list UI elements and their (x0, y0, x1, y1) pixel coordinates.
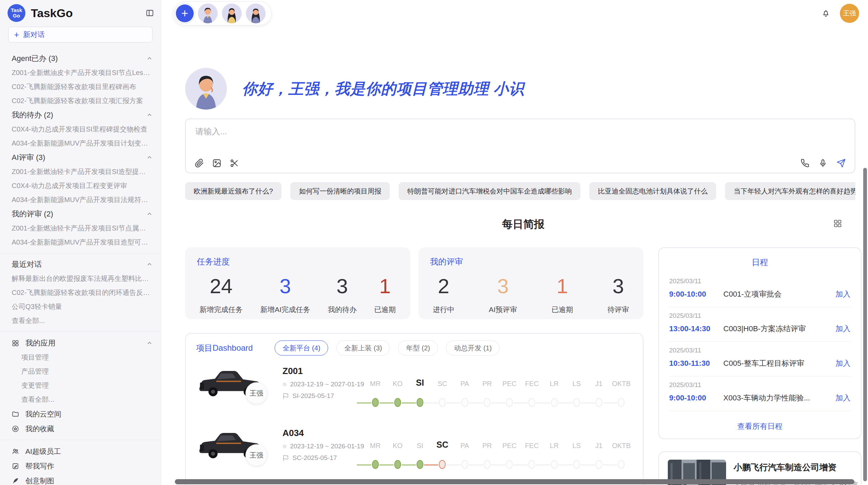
layout-grid-icon[interactable] (833, 219, 842, 228)
sidebar-item-ai-employee[interactable]: AI超级员工 (0, 444, 161, 459)
vertical-scrollbar[interactable] (863, 168, 867, 481)
divider (0, 332, 161, 332)
session-avatar-3[interactable] (246, 3, 266, 23)
metric-label: 进行中 (433, 305, 455, 314)
chat-input-box (185, 119, 855, 173)
sidebar-task-item[interactable]: C02-飞腾新能源轻客改款项目里程碑画布 (0, 80, 161, 94)
user-avatar[interactable]: 王强 (840, 4, 859, 23)
logo-text-2: Go (13, 13, 20, 18)
voice-call-button[interactable] (800, 159, 809, 168)
milestone-dot (461, 398, 468, 407)
stat-card-title: 我的评审 (430, 256, 632, 267)
recent-chats-title: 最近对话 (12, 259, 146, 270)
dashboard-filter-tab[interactable]: 全新平台 (4) (275, 340, 328, 356)
milestone-label: MR (370, 439, 381, 450)
sidebar-item-cloud-space[interactable]: 我的云空间 (0, 407, 161, 421)
sidebar-task-item[interactable]: A034-全新新能源MUV产品开发项目造型可行性评审 (0, 235, 161, 249)
suggestion-chip[interactable]: 如何写一份清晰的项目周报 (290, 182, 390, 200)
suggestion-chip[interactable]: 特朗普可能对进口汽车增税会对中国车企造成哪些影响 (399, 182, 580, 200)
app-logo: Task Go (8, 4, 25, 22)
metric-value: 3 (489, 276, 517, 297)
sidebar-section-header[interactable]: Agent已办 (3) (0, 51, 161, 66)
recent-chat-item[interactable]: C02-飞腾新能源轻客改款项目的闭环通告反馈情况 (0, 286, 161, 300)
notification-bell-icon[interactable] (821, 9, 830, 18)
milestone-dot (551, 460, 558, 469)
sidebar-task-item[interactable]: Z001-全新燃油皮卡产品开发项目SI节点Lesson Learn报告 (0, 66, 161, 80)
sidebar-task-item[interactable]: A034-全新新能源MUV产品开发项目法规符合性评审 (0, 193, 161, 207)
sidebar-section-header[interactable]: 我的评审 (2) (0, 207, 161, 221)
recent-chats-view-all[interactable]: 查看全部... (0, 314, 161, 328)
session-avatar-2[interactable] (222, 3, 242, 23)
sidebar-task-item[interactable]: A034-全新新能源MUV产品开发项目计划变更表编写 (0, 136, 161, 150)
sidebar-collapse-icon[interactable] (146, 9, 154, 17)
app-item[interactable]: 查看全部... (0, 393, 161, 407)
suggestion-chip[interactable]: 当下年轻人对汽车外观有怎样的喜好趋势 (725, 182, 855, 200)
project-list: 王强 Z001 2023-12-19 ~ 2027-01-19 (196, 364, 632, 485)
scissors-icon (230, 159, 239, 168)
suggestion-chip[interactable]: 欧洲新规最近颁布了什么? (185, 182, 281, 200)
join-meeting-link[interactable]: 加入 (835, 393, 851, 403)
schedule-time: 9:00-10:00 (669, 290, 723, 299)
sidebar-item-help-write[interactable]: 帮我写作 (0, 459, 161, 473)
milestone-label: SI (416, 377, 424, 388)
horizontal-scrollbar[interactable] (175, 479, 854, 484)
sidebar-task-item[interactable]: C0X4-动力总成开发项目SI里程碑提交物检查 (0, 122, 161, 136)
sidebar-task-item[interactable]: C0X4-动力总成开发项目工程变更评审 (0, 179, 161, 193)
recent-chat-item[interactable]: 公司Q3轻卡销量 (0, 300, 161, 314)
recent-chat-item[interactable]: 解释最新出台的欧盟报废车法规再生塑料比例被调至15%... (0, 272, 161, 286)
add-session-button[interactable] (176, 4, 194, 22)
milestone-label: J1 (595, 377, 603, 388)
milestone-dot (484, 398, 491, 407)
app-item[interactable]: 产品管理 (0, 364, 161, 378)
join-meeting-link[interactable]: 加入 (835, 324, 851, 334)
project-row[interactable]: 王强 Z001 2023-12-19 ~ 2027-01-19 (196, 364, 632, 407)
milestone-label: PA (460, 377, 469, 388)
milestone-track: MR KO (364, 439, 632, 469)
attachment-button[interactable] (195, 159, 204, 168)
dashboard-filter-tab[interactable]: 全新上装 (3) (336, 340, 390, 356)
metric-label: 新增AI完成任务 (260, 305, 310, 314)
sidebar-section-header-recent[interactable]: 最近对话 (0, 257, 161, 272)
sidebar-item-my-apps[interactable]: 我的应用 (0, 336, 161, 350)
image-upload-button[interactable] (212, 159, 221, 168)
sidebar-item-creative-draw[interactable]: 创意制图 (0, 473, 161, 485)
sidebar-task-item[interactable]: Z001-全新燃油轻卡产品开发项目SI节点属性5D文件评审 (0, 221, 161, 235)
join-meeting-link[interactable]: 加入 (835, 358, 851, 369)
chat-input[interactable] (195, 127, 845, 136)
send-button[interactable] (836, 159, 846, 168)
sidebar-section-header[interactable]: AI评审 (3) (0, 150, 161, 165)
milestone-dot (528, 460, 535, 469)
sidebar-section-title: Agent已办 (3) (12, 53, 146, 64)
project-row[interactable]: 王强 A034 2023-12-19 ~ 2026-01-19 (196, 426, 632, 469)
screenshot-button[interactable] (230, 159, 239, 168)
milestone-dot (595, 398, 602, 407)
app-item[interactable]: 项目管理 (0, 350, 161, 364)
sidebar-section-header[interactable]: 我的待办 (2) (0, 108, 161, 122)
join-meeting-link[interactable]: 加入 (835, 289, 851, 299)
metric-label: 已逾期 (374, 305, 396, 314)
sidebar-item-favorites[interactable]: 我的收藏 (0, 421, 161, 436)
schedule-list: 2025/03/11 9:00-10:00 C001-立项审批会 加入 2025… (669, 273, 851, 416)
new-chat-button[interactable]: + 新对话 (8, 27, 153, 42)
view-all-schedule-link[interactable]: 查看所有日程 (669, 416, 851, 434)
app-item[interactable]: 变更管理 (0, 378, 161, 393)
sidebar: Task Go TaskGo + 新对话 Agent已办 (3) Z001-全新… (0, 0, 161, 485)
microphone-button[interactable] (818, 159, 828, 168)
schedule-item: 2025/03/11 9:00-10:00 X003-车辆动力学性能验... 加… (669, 376, 851, 411)
milestone-dot (394, 398, 401, 407)
folder-icon (12, 410, 19, 418)
schedule-time: 9:00-10:00 (669, 394, 723, 402)
session-avatar-1[interactable] (198, 3, 218, 23)
metric: 1 已逾期 (552, 276, 573, 314)
suggestion-chip[interactable]: 比亚迪全固态电池计划具体说了什么 (589, 182, 716, 200)
metric: 3 AI预评审 (489, 276, 517, 314)
sidebar-task-item[interactable]: C02-飞腾新能源轻客改款项目立项汇报方案 (0, 94, 161, 108)
dashboard-filter-tab[interactable]: 动总开发 (1) (446, 340, 499, 356)
metric-label: 已逾期 (552, 305, 573, 314)
metric: 24 新增完成任务 (200, 276, 243, 314)
schedule-date: 2025/03/11 (669, 381, 851, 389)
people-icon (12, 448, 19, 455)
project-media: 王强 (196, 426, 261, 462)
dashboard-filter-tab[interactable]: 年型 (2) (398, 340, 438, 356)
sidebar-task-item[interactable]: Z001-全新燃油轻卡产品开发项目SI造型提交物评审 (0, 165, 161, 179)
